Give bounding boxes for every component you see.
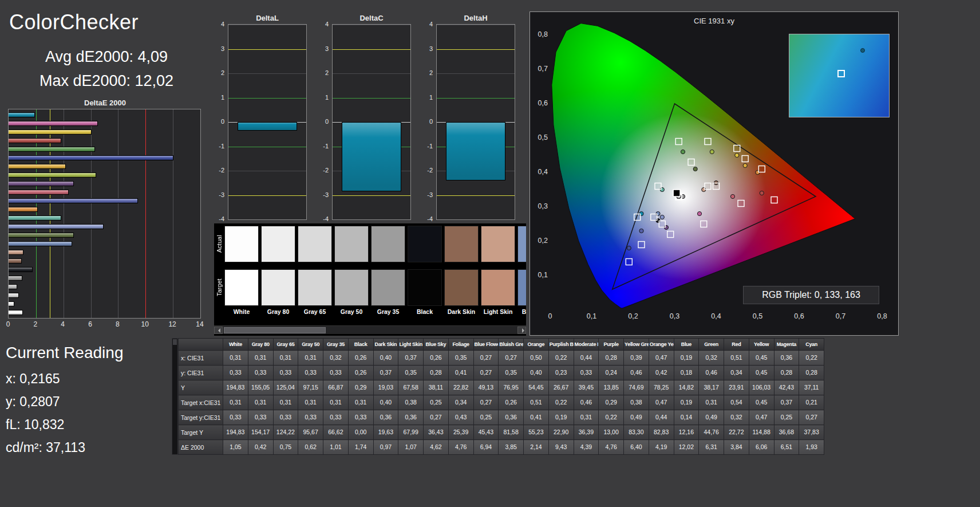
table-cell: 0,34 bbox=[724, 365, 749, 380]
cie-inset bbox=[789, 34, 890, 117]
table-cell: 0,28 bbox=[799, 365, 824, 380]
table-cell: 0,45 bbox=[749, 395, 774, 410]
table-column-header[interactable]: Red bbox=[724, 339, 749, 351]
table-cell: 55,23 bbox=[524, 425, 549, 440]
swatch-scrollbar-thumb[interactable] bbox=[224, 327, 326, 333]
table-column-header[interactable]: Blue bbox=[674, 339, 699, 351]
deltae-bar bbox=[9, 301, 14, 306]
table-column-header[interactable]: Gray 80 bbox=[248, 339, 273, 351]
deltaC-title: DeltaC bbox=[332, 14, 411, 22]
table-cell: 36,39 bbox=[574, 425, 599, 440]
table-column-header[interactable]: Purple bbox=[599, 339, 624, 351]
table-column-header[interactable]: Gray 65 bbox=[273, 339, 298, 351]
swatch-actual[interactable] bbox=[408, 226, 442, 262]
delta-gridline bbox=[437, 195, 515, 196]
table-scrollbar-thumb[interactable] bbox=[173, 339, 177, 345]
table-column-header[interactable]: Green bbox=[699, 339, 724, 351]
table-cell: 0,29 bbox=[348, 380, 373, 395]
table-column-header[interactable]: Bluish Green bbox=[499, 339, 524, 351]
table-column-header[interactable]: Magenta bbox=[774, 339, 799, 351]
table-column-header[interactable]: Dark Skin bbox=[373, 339, 398, 351]
table-column-header[interactable]: Yellow Green bbox=[624, 339, 649, 351]
swatch-target[interactable] bbox=[481, 269, 515, 306]
swatch-target[interactable] bbox=[517, 269, 526, 306]
table-column-header[interactable]: Blue Flower bbox=[473, 339, 499, 351]
table-column-header[interactable]: Orange Yellow bbox=[649, 339, 674, 351]
table-cell: 0,33 bbox=[323, 410, 349, 425]
swatch-scrollbar[interactable] bbox=[214, 325, 526, 334]
table-column-header[interactable]: Orange bbox=[524, 339, 549, 351]
cie-ytick-label: 0,8 bbox=[534, 30, 548, 38]
measurement-table: WhiteGray 80Gray 65Gray 50Gray 35BlackDa… bbox=[178, 338, 824, 455]
table-cell: 0,49 bbox=[699, 410, 724, 425]
table-column-header[interactable]: Blue Sky bbox=[424, 339, 449, 351]
deltae-bar bbox=[9, 276, 22, 281]
table-cell: 3,85 bbox=[499, 440, 524, 455]
table-column-header[interactable]: Foliage bbox=[448, 339, 473, 351]
table-cell: 0,27 bbox=[499, 351, 524, 365]
deltae-bar bbox=[9, 172, 96, 178]
delta-gridline bbox=[437, 49, 515, 50]
deltaH-chart: DeltaH 43210-1-2-3-4 bbox=[422, 14, 516, 233]
swatch-actual[interactable] bbox=[444, 226, 479, 262]
table-row-label: Target y:CIE31 bbox=[179, 410, 223, 425]
swatch-target[interactable] bbox=[261, 269, 295, 306]
swatch-target[interactable] bbox=[298, 269, 332, 306]
table-cell: 0,19 bbox=[674, 395, 699, 410]
swatch-actual[interactable] bbox=[261, 226, 295, 262]
table-cell: 106,03 bbox=[749, 380, 774, 395]
table-column-header[interactable]: Cyan bbox=[799, 339, 824, 351]
delta-gridline bbox=[228, 73, 306, 74]
table-cell: 0,35 bbox=[448, 351, 473, 365]
deltae-bar bbox=[9, 190, 69, 195]
delta-ytick-label: 3 bbox=[221, 45, 224, 52]
table-cell: 0,40 bbox=[373, 351, 398, 365]
swatch-actual[interactable] bbox=[481, 226, 515, 262]
deltae-bar-shine bbox=[9, 199, 137, 203]
swatch-target[interactable] bbox=[224, 269, 259, 306]
table-column-header[interactable]: Black bbox=[348, 339, 373, 351]
swatch-actual[interactable] bbox=[224, 226, 259, 262]
delta-gridline bbox=[228, 195, 306, 196]
table-cell: 42,43 bbox=[774, 380, 799, 395]
table-cell: 0,51 bbox=[724, 351, 749, 365]
table-cell: 6,94 bbox=[473, 440, 499, 455]
table-cell: 19,03 bbox=[373, 380, 398, 395]
table-column-header[interactable]: Purplish Blue bbox=[548, 339, 574, 351]
table-column-header[interactable]: Gray 50 bbox=[298, 339, 323, 351]
delta-ytick-label: 2 bbox=[429, 69, 433, 76]
swatch-actual[interactable] bbox=[334, 226, 369, 262]
table-column-header[interactable]: Yellow bbox=[749, 339, 774, 351]
table-column-header[interactable]: Gray 35 bbox=[323, 339, 349, 351]
swatch-label: Gray 50 bbox=[333, 308, 370, 315]
table-cell: 0,33 bbox=[223, 410, 248, 425]
table-vertical-scrollbar[interactable] bbox=[172, 338, 178, 455]
scroll-left-button[interactable] bbox=[214, 327, 223, 334]
delta-ytick-label: 3 bbox=[325, 45, 329, 52]
deltae-bar-shine bbox=[9, 164, 65, 168]
swatch-target[interactable] bbox=[408, 269, 442, 306]
deltae-bar-shine bbox=[9, 293, 18, 297]
swatch-actual[interactable] bbox=[298, 226, 332, 262]
table-cell: 155,05 bbox=[248, 380, 273, 395]
reading-x: x: 0,2165 bbox=[6, 371, 60, 387]
swatch-target[interactable] bbox=[371, 269, 405, 306]
swatch-target[interactable] bbox=[334, 269, 369, 306]
table-column-header[interactable]: Light Skin bbox=[398, 339, 424, 351]
swatch-target[interactable] bbox=[444, 269, 479, 306]
swatch-actual[interactable] bbox=[517, 226, 526, 262]
table-column-header[interactable]: Moderate Red bbox=[574, 339, 599, 351]
scroll-right-button[interactable] bbox=[517, 327, 526, 334]
cie-measured-point bbox=[681, 194, 685, 198]
delta-ytick-label: -2 bbox=[323, 167, 329, 174]
table-cell: 0,33 bbox=[273, 365, 298, 380]
deltae-xtick-label: 2 bbox=[34, 320, 38, 328]
table-column-header[interactable]: White bbox=[223, 339, 248, 351]
delta-ytick-label: 2 bbox=[325, 69, 329, 76]
swatch-label: Blue Sky bbox=[516, 308, 526, 315]
swatch-actual[interactable] bbox=[371, 226, 405, 262]
delta-ytick-label: -3 bbox=[427, 191, 433, 198]
cie-xtick-label: 0,1 bbox=[587, 312, 596, 320]
table-cell: 0,31 bbox=[223, 395, 248, 410]
delta-ytick-label: 0 bbox=[221, 118, 224, 125]
